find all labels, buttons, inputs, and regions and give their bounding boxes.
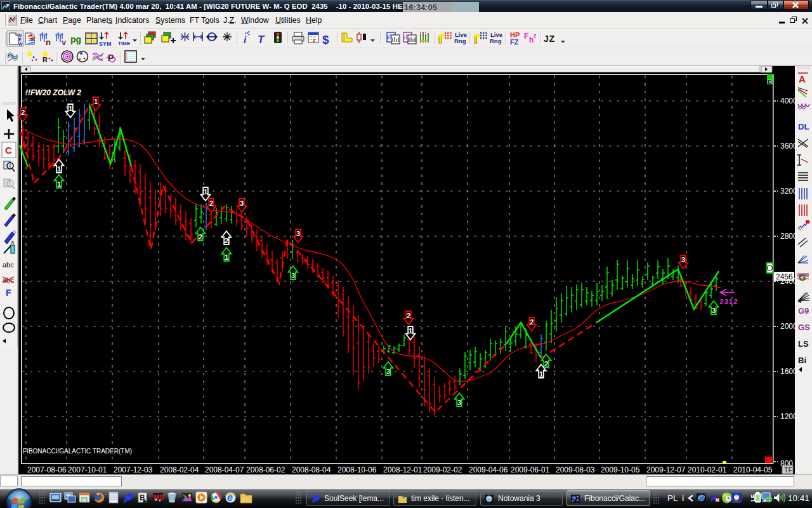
- svg-text:2: 2: [544, 360, 548, 368]
- svg-text:2: 2: [199, 233, 202, 241]
- svg-text:2010-02-01: 2010-02-01: [688, 465, 727, 474]
- svg-text:2: 2: [530, 318, 534, 326]
- svg-text:2312: 2312: [719, 298, 738, 305]
- svg-text:FIBONACCI/GALACTIC TRADER(TM): FIBONACCI/GALACTIC TRADER(TM): [23, 448, 132, 455]
- svg-text:3: 3: [386, 368, 390, 375]
- svg-text:PL: PL: [667, 493, 678, 503]
- svg-text:3: 3: [712, 307, 716, 314]
- svg-text:2008-10-06: 2008-10-06: [337, 465, 377, 474]
- svg-text:!!FW20 ZOLW 2: !!FW20 ZOLW 2: [25, 88, 81, 97]
- svg-text:2008-08-04: 2008-08-04: [292, 465, 331, 474]
- svg-text:2007-08-06: 2007-08-06: [27, 465, 67, 474]
- svg-text:1600: 1600: [780, 367, 797, 376]
- svg-text:2008-04-07: 2008-04-07: [205, 465, 244, 474]
- svg-text:1: 1: [94, 98, 98, 105]
- svg-text:MS: MS: [154, 493, 164, 501]
- svg-text:2008-12-01: 2008-12-01: [383, 465, 422, 474]
- svg-text:1: 1: [204, 188, 207, 196]
- svg-text:1: 1: [409, 327, 412, 335]
- svg-text:2800: 2800: [780, 232, 797, 241]
- svg-text:2009-12-07: 2009-12-07: [646, 465, 686, 474]
- svg-text:2: 2: [21, 109, 25, 116]
- svg-text:2008-02-04: 2008-02-04: [160, 465, 199, 474]
- svg-text:2008-06-02: 2008-06-02: [246, 465, 285, 474]
- svg-text:1: 1: [69, 105, 72, 112]
- svg-text:2009-08-03: 2009-08-03: [556, 465, 595, 474]
- svg-text:10:41: 10:41: [788, 493, 809, 503]
- svg-text:M: M: [716, 498, 719, 502]
- svg-text:4000: 4000: [780, 97, 797, 105]
- svg-text:1: 1: [57, 165, 61, 173]
- svg-text:3: 3: [681, 256, 685, 264]
- svg-text:1: 1: [225, 253, 228, 261]
- svg-text:2: 2: [209, 199, 213, 207]
- svg-text:3200: 3200: [780, 187, 797, 196]
- svg-text:2010-04-05: 2010-04-05: [733, 465, 773, 474]
- svg-text:3: 3: [240, 199, 244, 207]
- svg-text:i: i: [682, 494, 684, 503]
- svg-text:1200: 1200: [780, 412, 797, 421]
- svg-text:2009-06-01: 2009-06-01: [511, 465, 550, 474]
- svg-text:1: 1: [57, 180, 61, 188]
- svg-text:3: 3: [291, 272, 295, 279]
- svg-text:2: 2: [407, 312, 410, 319]
- svg-text:2007-10-01: 2007-10-01: [68, 465, 107, 474]
- svg-text:2009-02-02: 2009-02-02: [423, 465, 462, 474]
- svg-text:2456: 2456: [776, 272, 793, 281]
- svg-text:TF: TF: [784, 466, 793, 474]
- svg-text:2007-12-03: 2007-12-03: [114, 465, 153, 474]
- svg-text:2000: 2000: [780, 322, 797, 331]
- svg-text:2009-04-06: 2009-04-06: [469, 465, 508, 474]
- svg-text:3600: 3600: [780, 142, 797, 150]
- svg-text:3: 3: [296, 230, 300, 237]
- svg-text:2009-10-05: 2009-10-05: [601, 465, 640, 474]
- svg-text:3: 3: [457, 399, 461, 406]
- svg-text:1: 1: [539, 370, 543, 378]
- svg-text:2: 2: [225, 237, 228, 244]
